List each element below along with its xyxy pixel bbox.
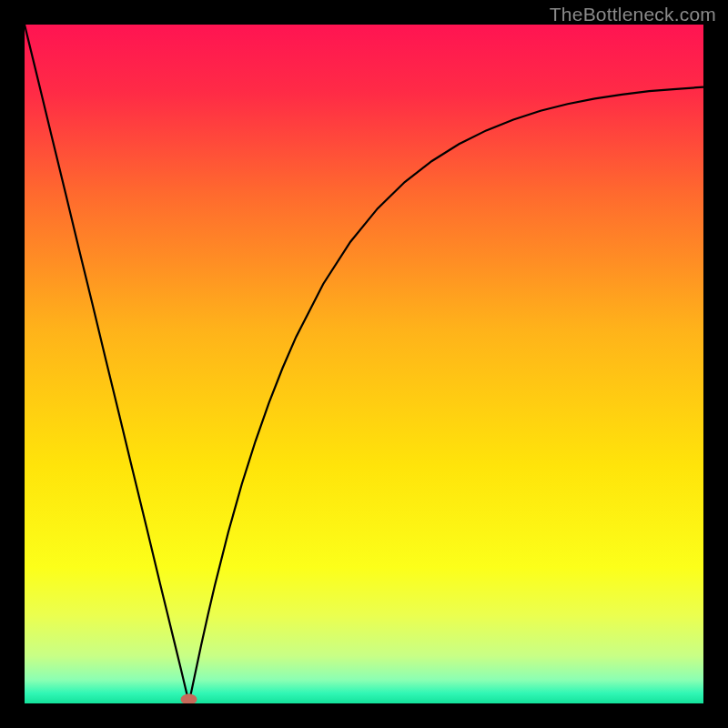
watermark-text: TheBottleneck.com	[550, 4, 716, 25]
gradient-background	[25, 25, 703, 703]
plot-area	[25, 25, 703, 703]
chart-frame: TheBottleneck.com	[0, 0, 728, 728]
bottleneck-chart	[25, 25, 703, 703]
